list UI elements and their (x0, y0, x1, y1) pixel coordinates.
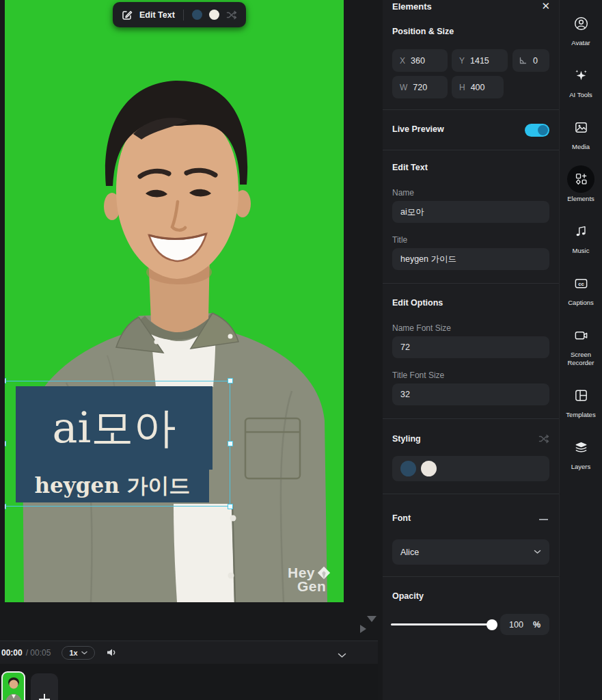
title-font-size-input[interactable] (400, 390, 541, 399)
resize-handle-top-left[interactable] (5, 378, 6, 383)
opacity-slider-knob[interactable] (487, 619, 497, 630)
styling-heading: Styling (392, 434, 549, 444)
styling-color-navy[interactable] (400, 461, 416, 476)
heygen-editor-window: Hey Gen ai모아 heygen 가이드 Edit Tex (0, 0, 602, 700)
x-position-field[interactable]: X 360 (392, 49, 448, 72)
title-label: Title (392, 235, 549, 245)
total-duration: / 00:05 (26, 648, 51, 658)
templates-icon (573, 388, 589, 403)
tool-sidebar: Avatar AI Tools Media (559, 0, 602, 700)
collapse-section-icon[interactable] (539, 519, 548, 520)
plus-icon (39, 694, 50, 700)
current-time: 00:00 (1, 648, 23, 658)
sidebar-item-layers[interactable]: Layers (560, 433, 601, 471)
opacity-value-field[interactable]: 100 % (500, 614, 549, 635)
playback-speed-button[interactable]: 1x (61, 646, 94, 660)
opacity-slider-track[interactable] (391, 623, 493, 625)
selection-box[interactable] (5, 381, 230, 507)
sidebar-item-music[interactable]: Music (560, 217, 601, 255)
scene-thumbnail[interactable] (1, 671, 25, 700)
edit-options-heading: Edit Options (392, 298, 549, 308)
sidebar-item-media[interactable]: Media (560, 113, 601, 151)
rotation-angle-icon (519, 56, 528, 65)
edit-text-heading: Edit Text (392, 163, 549, 172)
panel-title: Elements (392, 1, 549, 12)
edit-text-toolbar: Edit Text (113, 2, 246, 27)
edit-icon (122, 10, 133, 21)
y-value: 1415 (470, 56, 489, 66)
resize-handle-mid-right[interactable] (228, 441, 233, 446)
heygen-watermark: Hey Gen (288, 565, 331, 593)
x-label: X (400, 56, 405, 66)
edit-text-button[interactable]: Edit Text (139, 10, 175, 20)
layers-icon (573, 440, 589, 455)
title-input-wrap (392, 248, 549, 270)
sidebar-item-captions[interactable]: cc Captions (560, 269, 601, 307)
height-field[interactable]: H 400 (452, 76, 504, 98)
sidebar-item-screen-recorder[interactable]: Screen Recorder (560, 321, 601, 367)
chevron-down-icon (81, 651, 87, 655)
y-label: Y (459, 56, 465, 66)
sidebar-item-elements[interactable]: Elements (560, 165, 601, 203)
scene-strip (0, 664, 378, 700)
chevron-down-icon (338, 653, 346, 658)
add-scene-button[interactable] (31, 673, 58, 700)
volume-button[interactable] (106, 647, 118, 658)
music-note-icon (573, 224, 588, 239)
h-label: H (459, 83, 465, 92)
rotation-field[interactable]: 0 (512, 49, 549, 72)
opacity-unit: % (533, 620, 541, 630)
font-selected-value: Alice (400, 548, 419, 557)
collapse-timeline-button[interactable] (338, 649, 346, 661)
resize-handle-top-right[interactable] (228, 378, 233, 383)
close-icon[interactable]: ✕ (541, 1, 550, 11)
opacity-value: 100 (509, 620, 523, 630)
styling-colors-field[interactable] (392, 456, 549, 481)
resize-handle-mid-left[interactable] (5, 441, 6, 446)
sparkles-icon (573, 68, 589, 83)
color-swatch-cream[interactable] (209, 10, 219, 20)
rotation-value: 0 (533, 56, 538, 66)
width-field[interactable]: W 720 (392, 76, 448, 98)
sidebar-item-avatar[interactable]: Avatar (560, 10, 601, 47)
name-font-size-input[interactable] (400, 342, 541, 352)
name-input[interactable] (400, 207, 541, 217)
name-label: Name (392, 188, 549, 198)
resize-handle-bottom-right[interactable] (228, 504, 233, 509)
position-size-heading: Position & Size (392, 27, 549, 36)
toggle-knob (538, 125, 548, 135)
name-input-wrap (392, 201, 549, 223)
scroll-right-arrow-icon[interactable] (360, 625, 366, 633)
color-swatch-navy[interactable] (192, 10, 202, 20)
opacity-heading: Opacity (392, 591, 549, 601)
shuffle-icon[interactable] (226, 10, 237, 21)
scroll-down-arrow-icon[interactable] (367, 616, 377, 622)
toolbar-divider (183, 10, 184, 21)
chevron-down-icon (534, 550, 541, 554)
sidebar-item-ai-tools[interactable]: AI Tools (560, 62, 601, 99)
title-input[interactable] (400, 254, 541, 264)
name-font-size-wrap (392, 336, 549, 358)
video-canvas[interactable]: Hey Gen ai모아 heygen 가이드 (5, 0, 344, 602)
captions-icon: cc (573, 275, 589, 291)
w-label: W (400, 83, 407, 92)
w-value: 720 (413, 83, 427, 92)
x-value: 360 (411, 56, 425, 66)
name-font-size-label: Name Font Size (392, 323, 549, 333)
title-font-size-wrap (392, 383, 549, 405)
font-heading: Font (392, 513, 549, 523)
avatar-greenscreen-image (5, 0, 344, 602)
resize-handle-bottom-left[interactable] (5, 504, 6, 509)
styling-shuffle-icon[interactable] (538, 433, 549, 444)
elements-icon (573, 172, 588, 187)
live-preview-toggle[interactable] (525, 124, 549, 137)
styling-color-cream[interactable] (421, 461, 437, 476)
font-dropdown[interactable]: Alice (392, 539, 549, 565)
elements-panel: Elements ✕ Position & Size X 360 Y 1415 … (383, 0, 559, 700)
title-font-size-label: Title Font Size (392, 371, 549, 380)
svg-text:cc: cc (578, 280, 584, 286)
sidebar-item-templates[interactable]: Templates (560, 381, 601, 419)
y-position-field[interactable]: Y 1415 (452, 49, 508, 72)
image-icon (573, 120, 589, 135)
avatar-icon (573, 16, 589, 31)
